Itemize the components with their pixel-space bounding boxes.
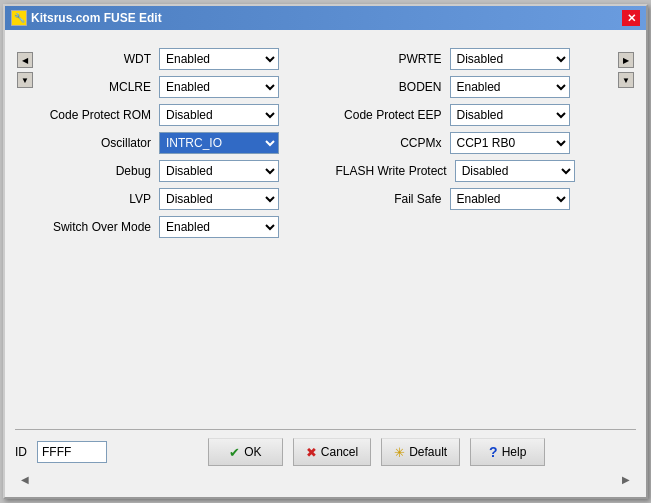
buttons-row: ✔ OK ✖ Cancel ✳ Default ? Help [117, 438, 636, 466]
left-nav-up[interactable]: ◀ [17, 52, 33, 68]
ccpmx-select[interactable]: CCP1 RB0 CCP1 RE7 [450, 132, 570, 154]
content-area: ◀ ▼ WDT Enabled Disabled [15, 40, 636, 423]
help-label: Help [502, 445, 527, 459]
default-label: Default [409, 445, 447, 459]
code-protect-rom-row: Code Protect ROM Disabled Enabled [45, 104, 316, 126]
help-icon: ? [489, 444, 498, 460]
id-input[interactable] [37, 441, 107, 463]
main-fields-area: WDT Enabled Disabled MCLRE Enabled Disab… [45, 48, 606, 415]
help-button[interactable]: ? Help [470, 438, 545, 466]
mclre-select[interactable]: Enabled Disabled [159, 76, 279, 98]
pwrte-label: PWRTE [336, 52, 446, 66]
wdt-select[interactable]: Enabled Disabled [159, 48, 279, 70]
flash-write-protect-select[interactable]: Disabled Enabled [455, 160, 575, 182]
code-protect-rom-label: Code Protect ROM [45, 108, 155, 122]
fields-container: WDT Enabled Disabled MCLRE Enabled Disab… [45, 48, 606, 415]
cancel-icon: ✖ [306, 445, 317, 460]
debug-label: Debug [45, 164, 155, 178]
oscillator-row: Oscillator INTRC_IO INTRC_CLKOUT EXTRC X… [45, 132, 316, 154]
switch-over-mode-select[interactable]: Enabled Disabled [159, 216, 279, 238]
boden-label: BODEN [336, 80, 446, 94]
ccpmx-row: CCPMx CCP1 RB0 CCP1 RE7 [336, 132, 607, 154]
left-nav-down[interactable]: ▼ [17, 72, 33, 88]
bottom-section: ID ✔ OK ✖ Cancel ✳ Default ? Help [15, 429, 636, 466]
fail-safe-label: Fail Safe [336, 192, 446, 206]
mclre-label: MCLRE [45, 80, 155, 94]
lvp-select[interactable]: Disabled Enabled [159, 188, 279, 210]
main-window: 🔧 Kitsrus.com FUSE Edit ✕ ◀ ▼ WDT [3, 4, 648, 499]
pwrte-row: PWRTE Disabled Enabled [336, 48, 607, 70]
right-fields-column: PWRTE Disabled Enabled BODEN Enabled Dis… [336, 48, 607, 415]
close-button[interactable]: ✕ [622, 10, 640, 26]
right-nav-up[interactable]: ▶ [618, 52, 634, 68]
right-nav-strip: ▶ ▼ [616, 48, 636, 415]
code-protect-eep-row: Code Protect EEP Disabled Enabled [336, 104, 607, 126]
cancel-label: Cancel [321, 445, 358, 459]
default-icon: ✳ [394, 445, 405, 460]
title-bar: 🔧 Kitsrus.com FUSE Edit ✕ [5, 6, 646, 30]
switch-over-mode-label: Switch Over Mode [45, 220, 155, 234]
debug-select[interactable]: Disabled Enabled [159, 160, 279, 182]
flash-write-protect-label: FLASH Write Protect [336, 164, 451, 178]
fail-safe-row: Fail Safe Enabled Disabled [336, 188, 607, 210]
fail-safe-select[interactable]: Enabled Disabled [450, 188, 570, 210]
id-label: ID [15, 445, 27, 459]
lvp-label: LVP [45, 192, 155, 206]
left-nav-strip: ◀ ▼ [15, 48, 35, 415]
ok-icon: ✔ [229, 445, 240, 460]
lvp-row: LVP Disabled Enabled [45, 188, 316, 210]
ok-label: OK [244, 445, 261, 459]
wdt-label: WDT [45, 52, 155, 66]
right-nav-down[interactable]: ▼ [618, 72, 634, 88]
pwrte-select[interactable]: Disabled Enabled [450, 48, 570, 70]
bottom-nav-strip: ◀ ▶ [15, 472, 636, 487]
default-button[interactable]: ✳ Default [381, 438, 460, 466]
cancel-button[interactable]: ✖ Cancel [293, 438, 371, 466]
left-fields-column: WDT Enabled Disabled MCLRE Enabled Disab… [45, 48, 316, 415]
oscillator-label: Oscillator [45, 136, 155, 150]
flash-write-protect-row: FLASH Write Protect Disabled Enabled [336, 160, 607, 182]
window-icon: 🔧 [11, 10, 27, 26]
ok-button[interactable]: ✔ OK [208, 438, 283, 466]
code-protect-eep-select[interactable]: Disabled Enabled [450, 104, 570, 126]
window-title: Kitsrus.com FUSE Edit [31, 11, 162, 25]
switch-over-mode-row: Switch Over Mode Enabled Disabled [45, 216, 316, 238]
oscillator-select[interactable]: INTRC_IO INTRC_CLKOUT EXTRC XT HS LP [159, 132, 279, 154]
boden-select[interactable]: Enabled Disabled [450, 76, 570, 98]
bottom-nav-right[interactable]: ▶ [622, 474, 630, 485]
wdt-row: WDT Enabled Disabled [45, 48, 316, 70]
debug-row: Debug Disabled Enabled [45, 160, 316, 182]
mclre-row: MCLRE Enabled Disabled [45, 76, 316, 98]
ccpmx-label: CCPMx [336, 136, 446, 150]
code-protect-rom-select[interactable]: Disabled Enabled [159, 104, 279, 126]
window-body: ◀ ▼ WDT Enabled Disabled [5, 30, 646, 497]
boden-row: BODEN Enabled Disabled [336, 76, 607, 98]
bottom-nav-left[interactable]: ◀ [21, 474, 29, 485]
code-protect-eep-label: Code Protect EEP [336, 108, 446, 122]
title-bar-left: 🔧 Kitsrus.com FUSE Edit [11, 10, 162, 26]
